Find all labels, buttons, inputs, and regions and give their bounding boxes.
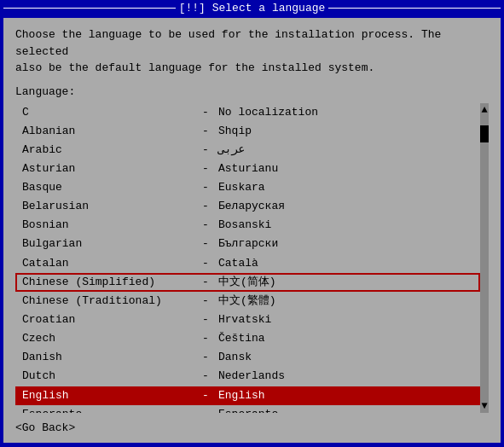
list-item[interactable]: Chinese (Traditional)-中文(繁體) (15, 292, 480, 311)
lang-native: No localization (218, 104, 318, 121)
lang-dash: - (193, 217, 218, 234)
lang-name: Arabic (22, 142, 193, 159)
scroll-down-arrow[interactable]: ▼ (481, 399, 487, 413)
lang-native: Беларуская (218, 198, 285, 215)
lang-name: Basque (22, 179, 193, 196)
list-container: C-No localizationAlbanian-ShqipArabic-عر… (15, 103, 489, 414)
lang-native: Hrvatski (218, 311, 271, 328)
lang-name: Croatian (22, 311, 193, 328)
lang-name: Danish (22, 349, 193, 366)
list-item[interactable]: Chinese (Simplified)-中文(简体) (15, 273, 480, 292)
lang-native: Shqip (218, 123, 252, 140)
lang-native: Nederlands (218, 368, 285, 385)
list-item[interactable]: Dutch-Nederlands (15, 367, 480, 386)
lang-name: Catalan (22, 255, 193, 272)
lang-dash: - (193, 330, 218, 347)
lang-dash: - (193, 387, 218, 404)
dialog: Choose the language to be used for the i… (3, 18, 501, 443)
lang-native: Asturianu (218, 160, 278, 177)
scroll-up-arrow[interactable]: ▲ (481, 103, 487, 117)
description-line1: Choose the language to be used for the i… (15, 28, 441, 58)
lang-name: Belarusian (22, 198, 193, 215)
lang-dash: - (193, 311, 218, 328)
scrollbar-thumb[interactable] (480, 125, 489, 142)
list-item[interactable]: Basque-Euskara (15, 178, 480, 197)
scrollbar-track (480, 117, 489, 399)
list-item[interactable]: Catalan-Català (15, 254, 480, 273)
lang-name: Chinese (Traditional) (22, 293, 193, 310)
lang-dash: - (193, 235, 218, 253)
list-item[interactable]: Asturian-Asturianu (15, 160, 480, 178)
lang-dash: - (193, 368, 218, 385)
lang-name: Asturian (22, 160, 193, 177)
lang-dash: - (193, 349, 218, 366)
list-item[interactable]: Albanian-Shqip (15, 122, 480, 141)
list-item[interactable]: Bosnian-Bosanski (15, 216, 480, 235)
description-line2: also be the default language for the ins… (15, 61, 374, 74)
lang-native: Esperanto (218, 406, 278, 413)
lang-dash: - (193, 274, 218, 291)
lang-native: 中文(简体) (218, 274, 276, 291)
lang-native: Euskara (218, 179, 265, 196)
footer: <Go Back> (15, 421, 489, 434)
lang-name: Bulgarian (22, 235, 193, 253)
lang-name: Bosnian (22, 217, 193, 234)
title-text: [!!] Select a language (179, 2, 326, 15)
list-item[interactable]: Danish-Dansk (15, 348, 480, 367)
lang-native: Български (218, 235, 278, 253)
lang-dash: - (193, 293, 218, 310)
title-line-left (3, 8, 176, 9)
scrollbar[interactable]: ▲ ▼ (480, 103, 489, 414)
list-item[interactable]: English-English (15, 386, 480, 405)
lang-name: Albanian (22, 123, 193, 140)
lang-native: Bosanski (218, 217, 271, 234)
lang-dash: - (193, 406, 218, 413)
title-line-right (328, 8, 501, 9)
lang-dash: - (193, 104, 218, 121)
lang-native: Català (218, 255, 258, 272)
lang-dash: - (193, 142, 218, 159)
description: Choose the language to be used for the i… (15, 26, 489, 77)
lang-native: عربى (218, 142, 245, 159)
list-item[interactable]: Belarusian-Беларуская (15, 197, 480, 216)
list-item[interactable]: Czech-Čeština (15, 329, 480, 348)
lang-native: Čeština (218, 330, 265, 347)
list-item[interactable]: C-No localization (15, 103, 480, 122)
lang-dash: - (193, 255, 218, 272)
lang-name: Czech (22, 330, 193, 347)
list-item[interactable]: Bulgarian-Български (15, 235, 480, 253)
lang-dash: - (193, 179, 218, 196)
list-item[interactable]: Arabic-عربى (15, 141, 480, 160)
language-label: Language: (15, 85, 489, 98)
title-bar: [!!] Select a language (0, 0, 504, 16)
lang-name: C (22, 104, 193, 121)
lang-dash: - (193, 198, 218, 215)
list-item[interactable]: Esperanto-Esperanto (15, 405, 480, 413)
lang-native: English (218, 387, 265, 404)
lang-name: Chinese (Simplified) (22, 274, 193, 291)
lang-native: Dansk (218, 349, 252, 366)
lang-name: Esperanto (22, 406, 193, 413)
go-back-button[interactable]: <Go Back> (15, 421, 75, 434)
lang-dash: - (193, 160, 218, 177)
lang-native: 中文(繁體) (218, 293, 276, 310)
list-item[interactable]: Croatian-Hrvatski (15, 311, 480, 329)
language-list[interactable]: C-No localizationAlbanian-ShqipArabic-عر… (15, 103, 480, 414)
lang-name: English (22, 387, 193, 404)
lang-dash: - (193, 123, 218, 140)
lang-name: Dutch (22, 368, 193, 385)
